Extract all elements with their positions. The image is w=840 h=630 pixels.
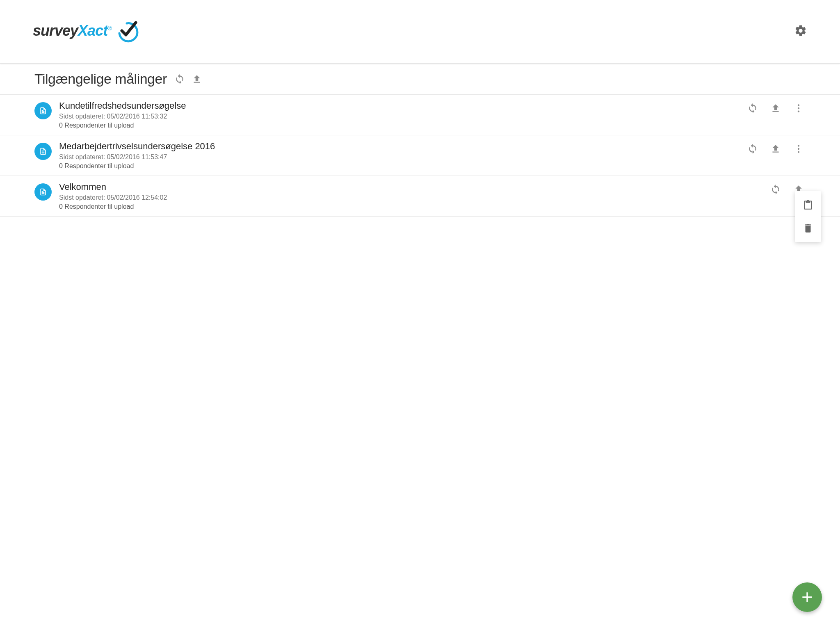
refresh-all-button[interactable]	[174, 74, 185, 84]
page-title: Tilgængelige målinger	[34, 71, 167, 87]
item-title: Medarbejdertrivselsundersøgelse 2016	[59, 141, 740, 152]
refresh-button[interactable]	[747, 103, 758, 114]
brand-text: surveyXact®	[33, 22, 111, 39]
item-respondents: 0 Respondenter til upload	[59, 162, 740, 170]
item-body: Medarbejdertrivselsundersøgelse 2016Sids…	[59, 141, 740, 170]
delete-menu-item[interactable]	[795, 217, 821, 240]
svg-point-3	[798, 145, 799, 146]
document-icon	[34, 143, 52, 160]
svg-point-4	[798, 148, 799, 150]
item-updated: Sidst opdateret: 05/02/2016 11:53:32	[59, 113, 740, 120]
brand-text-part2: Xact	[78, 22, 107, 39]
item-actions	[747, 141, 806, 154]
surveys-list: KundetilfredshedsundersøgelseSidst opdat…	[0, 95, 840, 217]
app-header: surveyXact®	[0, 0, 840, 64]
brand-text-part1: survey	[33, 22, 78, 39]
item-updated: Sidst opdateret: 05/02/2016 12:54:02	[59, 194, 763, 201]
svg-point-1	[798, 107, 799, 109]
item-respondents: 0 Respondenter til upload	[59, 203, 763, 210]
document-icon	[34, 183, 52, 201]
upload-all-button[interactable]	[192, 74, 202, 84]
settings-button[interactable]	[794, 24, 807, 37]
svg-point-2	[798, 110, 799, 112]
svg-point-0	[798, 104, 799, 106]
brand-logo: surveyXact®	[33, 18, 139, 43]
context-menu	[795, 191, 821, 242]
more-button[interactable]	[793, 144, 804, 154]
page-title-row: Tilgængelige målinger	[0, 64, 840, 95]
item-respondents: 0 Respondenter til upload	[59, 122, 740, 129]
item-updated: Sidst opdateret: 05/02/2016 11:53:47	[59, 153, 740, 161]
item-actions	[747, 100, 806, 114]
upload-button[interactable]	[770, 144, 781, 154]
title-actions	[174, 74, 202, 84]
add-button[interactable]	[792, 582, 822, 612]
item-title: Velkommen	[59, 182, 763, 192]
refresh-button[interactable]	[770, 184, 781, 195]
brand-check-icon	[114, 18, 139, 43]
clipboard-menu-item[interactable]	[795, 194, 821, 217]
list-item[interactable]: VelkommenSidst opdateret: 05/02/2016 12:…	[0, 176, 840, 217]
list-item[interactable]: Medarbejdertrivselsundersøgelse 2016Sids…	[0, 135, 840, 176]
item-body: VelkommenSidst opdateret: 05/02/2016 12:…	[59, 182, 763, 210]
document-icon	[34, 102, 52, 119]
refresh-button[interactable]	[747, 144, 758, 154]
list-item[interactable]: KundetilfredshedsundersøgelseSidst opdat…	[0, 95, 840, 135]
item-title: Kundetilfredshedsundersøgelse	[59, 100, 740, 111]
upload-button[interactable]	[770, 103, 781, 114]
more-button[interactable]	[793, 103, 804, 114]
svg-point-5	[798, 151, 799, 153]
item-body: KundetilfredshedsundersøgelseSidst opdat…	[59, 100, 740, 129]
